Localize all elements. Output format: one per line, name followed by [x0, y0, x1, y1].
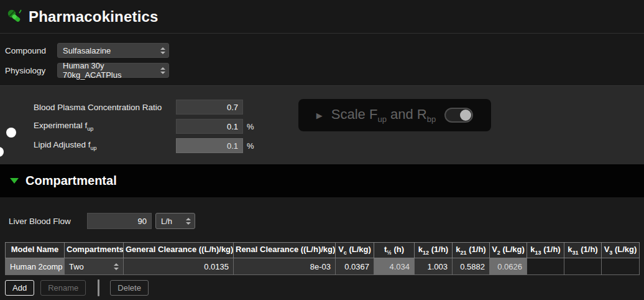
- col-k13: k13 (1/h): [527, 243, 564, 258]
- table-actions: Add Rename Delete: [5, 279, 644, 296]
- spinner-icon: [186, 218, 191, 225]
- liver-blood-flow-input[interactable]: [87, 213, 152, 229]
- spinner-icon: [160, 67, 165, 74]
- page-header: Pharmacokinetics: [0, 0, 644, 34]
- add-button[interactable]: Add: [5, 280, 34, 296]
- delete-button[interactable]: Delete: [110, 280, 149, 296]
- col-vc: Vc (L/kg): [336, 243, 374, 258]
- rename-button[interactable]: Rename: [40, 280, 86, 296]
- unit-value: L/h: [161, 217, 172, 226]
- col-model-name: Model Name: [6, 243, 65, 258]
- scale-fup-rbp-panel[interactable]: ▶ Scale Fup and Rbp: [298, 99, 491, 131]
- toggle-knob: [0, 147, 4, 157]
- compartmental-content: Liver Blood Flow L/h Model Name Compartm…: [0, 197, 644, 300]
- percent-unit: %: [247, 141, 254, 151]
- percent-unit: %: [247, 122, 254, 131]
- bpcr-input[interactable]: [176, 100, 243, 115]
- col-k31: k31 (1/h): [564, 243, 602, 258]
- compartmental-section-header[interactable]: Compartmental: [0, 164, 644, 197]
- plasma-section: Blood Plasma Concentration Ratio Experim…: [0, 86, 644, 164]
- expand-arrow-icon: ▶: [316, 111, 323, 120]
- compartments-select-cell[interactable]: Two: [65, 258, 124, 275]
- toggle-knob: [6, 128, 16, 138]
- model-name-cell[interactable]: Human 2comp: [6, 258, 65, 275]
- v3-cell: [602, 258, 640, 275]
- compartments-value: Two: [69, 262, 84, 271]
- compound-label: Compound: [5, 46, 57, 55]
- scale-fup-rbp-toggle[interactable]: [444, 108, 473, 123]
- physiology-row: Physiology Human 30y 70kg_ACATPlus: [5, 63, 644, 78]
- col-renal-clearance: Renal Clearance ((L/h)/kg): [234, 243, 336, 258]
- col-k21: k21 (1/h): [453, 243, 490, 258]
- lipid-fup-input: [176, 138, 243, 153]
- k31-cell: [564, 258, 602, 275]
- liver-blood-flow-row: Liver Blood Flow L/h: [9, 213, 644, 229]
- table-row: Human 2comp Two 0.0135 8e-03 0.0367 4.03…: [6, 258, 640, 275]
- compartmental-model-table: Model Name Compartments General Clearanc…: [5, 242, 640, 275]
- physiology-label: Physiology: [5, 66, 57, 75]
- lipid-fup-row: Lipid Adjusted fup %: [5, 138, 644, 153]
- table-header-row: Model Name Compartments General Clearanc…: [6, 243, 640, 258]
- v2-cell: 0.0626: [490, 258, 527, 275]
- bpcr-label: Blood Plasma Concentration Ratio: [34, 103, 176, 112]
- compound-select-value: Sulfasalazine: [63, 46, 111, 55]
- compound-select[interactable]: Sulfasalazine: [57, 43, 169, 58]
- vc-cell[interactable]: 0.0367: [336, 258, 374, 275]
- thalf-cell: 4.034: [374, 258, 415, 275]
- physiology-select[interactable]: Human 30y 70kg_ACATPlus: [57, 63, 169, 78]
- pills-icon: [6, 8, 23, 25]
- page-title: Pharmacokinetics: [29, 8, 159, 26]
- col-v3: V3 (L/kg): [602, 243, 640, 258]
- renal-clearance-cell[interactable]: 8e-03: [234, 258, 336, 275]
- scale-fup-rbp-label: Scale Fup and Rbp: [331, 106, 436, 124]
- pharmacokinetics-page: Pharmacokinetics Compound Sulfasalazine …: [0, 0, 644, 300]
- spinner-icon: [160, 47, 165, 54]
- col-general-clearance: General Clearance ((L/h)/kg): [124, 243, 234, 258]
- button-divider: [98, 279, 99, 296]
- k12-cell[interactable]: 1.003: [415, 258, 453, 275]
- general-clearance-cell[interactable]: 0.0135: [124, 258, 234, 275]
- liver-blood-flow-unit-select[interactable]: L/h: [155, 213, 195, 229]
- compartmental-title: Compartmental: [25, 174, 117, 188]
- experimental-fup-input[interactable]: [176, 119, 243, 134]
- compound-row: Compound Sulfasalazine: [5, 43, 644, 58]
- col-v2: V2 (L/kg): [490, 243, 527, 258]
- toggle-knob: [460, 110, 471, 121]
- k21-cell[interactable]: 0.5882: [453, 258, 490, 275]
- liver-blood-flow-label: Liver Blood Flow: [9, 217, 87, 226]
- physiology-select-value: Human 30y 70kg_ACATPlus: [63, 61, 160, 80]
- col-compartments: Compartments: [65, 243, 124, 258]
- compound-section: Compound Sulfasalazine Physiology Human …: [0, 34, 644, 86]
- lipid-fup-label: Lipid Adjusted fup: [34, 140, 176, 151]
- spinner-icon: [114, 263, 119, 270]
- col-k12: k12 (1/h): [415, 243, 453, 258]
- k13-cell: [527, 258, 564, 275]
- experimental-fup-label: Experimental fup: [34, 121, 176, 132]
- collapse-triangle-icon: [10, 178, 19, 184]
- col-thalf: t½ (h): [374, 243, 415, 258]
